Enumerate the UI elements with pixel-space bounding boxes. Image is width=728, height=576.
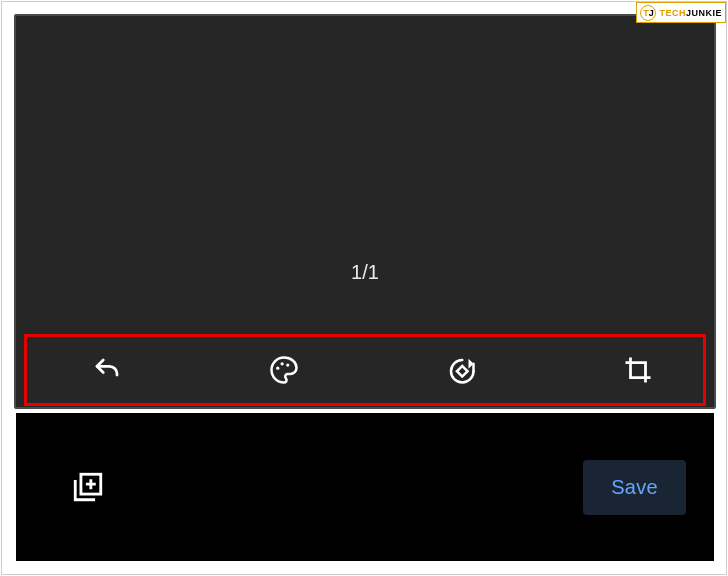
- add-to-library-button[interactable]: [68, 467, 108, 507]
- edit-toolbar: [24, 334, 706, 406]
- save-button[interactable]: Save: [583, 460, 686, 515]
- undo-button[interactable]: [87, 350, 127, 390]
- page-counter: 1/1: [351, 261, 379, 284]
- watermark-logo: TJ: [640, 5, 656, 21]
- rotate-icon: [446, 355, 476, 385]
- svg-point-2: [286, 363, 289, 366]
- crop-button[interactable]: [618, 350, 658, 390]
- crop-icon: [623, 355, 653, 385]
- svg-point-0: [276, 367, 279, 370]
- undo-icon: [92, 355, 122, 385]
- svg-point-1: [281, 362, 284, 365]
- watermark-text: TECHJUNKIE: [659, 8, 722, 18]
- watermark: TJ TECHJUNKIE: [636, 2, 726, 23]
- bottom-bar: Save: [16, 413, 714, 561]
- palette-icon: [269, 355, 299, 385]
- editor-canvas: 1/1: [14, 14, 716, 409]
- svg-rect-3: [457, 366, 468, 377]
- rotate-button[interactable]: [441, 350, 481, 390]
- add-to-library-icon: [71, 470, 105, 504]
- palette-button[interactable]: [264, 350, 304, 390]
- app-frame: 1/1: [1, 1, 727, 575]
